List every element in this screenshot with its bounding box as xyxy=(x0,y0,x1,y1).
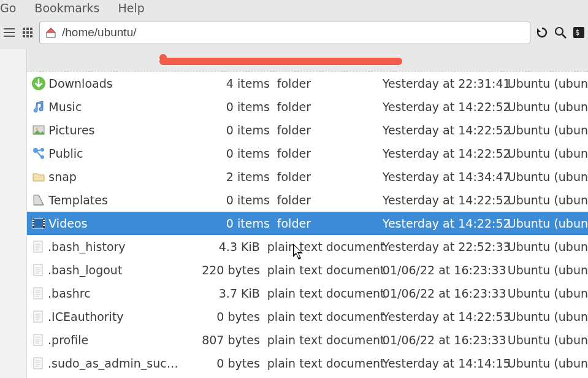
file-type: plain text document xyxy=(262,310,383,323)
grid-view-icon[interactable] xyxy=(21,26,34,39)
svg-rect-0 xyxy=(4,28,15,29)
file-modified: Yesterday at 14:14:15 xyxy=(383,357,505,370)
music-icon xyxy=(29,99,47,114)
svg-point-19 xyxy=(33,148,38,153)
text-icon xyxy=(29,309,47,324)
file-row[interactable]: snap2 itemsfolderYesterday at 14:34:47Ub… xyxy=(27,165,588,188)
file-modified: Yesterday at 14:22:53 xyxy=(383,310,505,323)
address-bar[interactable] xyxy=(39,21,530,44)
file-size: 4 items xyxy=(190,77,272,90)
annotation-mark xyxy=(159,58,402,65)
file-name: .bashrc xyxy=(47,287,183,300)
svg-rect-9 xyxy=(23,35,25,37)
svg-rect-4 xyxy=(26,28,29,30)
file-owner: Ubuntu (ubun xyxy=(505,310,588,323)
reload-icon[interactable] xyxy=(535,26,549,39)
file-row[interactable]: .sudo_as_admin_successful0 bytesplain te… xyxy=(27,352,588,375)
file-owner: Ubuntu (ubun xyxy=(505,77,588,90)
file-size: 0 items xyxy=(190,193,272,207)
file-type: plain text document xyxy=(262,287,383,300)
file-row[interactable]: .bash_logout220 bytesplain text document… xyxy=(27,258,588,282)
file-row[interactable]: Videos0 itemsfolderYesterday at 14:22:52… xyxy=(27,212,588,235)
file-name: Downloads xyxy=(47,77,190,90)
file-row[interactable]: .ICEauthority0 bytesplain text documentY… xyxy=(27,305,588,328)
file-name: .bash_logout xyxy=(47,263,183,277)
svg-rect-8 xyxy=(30,31,32,34)
svg-rect-3 xyxy=(23,28,25,30)
file-row[interactable]: Music0 itemsfolderYesterday at 14:22:52U… xyxy=(27,95,588,118)
file-type: folder xyxy=(272,217,383,230)
public-icon xyxy=(29,146,47,161)
svg-rect-27 xyxy=(32,220,34,221)
file-name: Music xyxy=(47,100,190,114)
toolbar: $ xyxy=(0,16,588,49)
text-icon xyxy=(29,356,47,371)
file-row[interactable]: .bash_history4.3 KiBplain text documentY… xyxy=(27,235,588,258)
svg-rect-2 xyxy=(4,36,15,37)
file-name: Templates xyxy=(47,193,190,207)
file-owner: Ubuntu (ubun xyxy=(505,217,588,230)
svg-rect-58 xyxy=(34,358,42,369)
file-size: 0 bytes xyxy=(183,310,262,323)
address-input[interactable] xyxy=(62,26,525,39)
file-row[interactable]: Downloads4 itemsfolderYesterday at 22:31… xyxy=(27,72,588,95)
svg-rect-6 xyxy=(23,31,25,34)
file-type: plain text document xyxy=(262,240,383,253)
file-name: snap xyxy=(47,170,190,183)
svg-line-13 xyxy=(562,34,566,38)
file-modified: 01/06/22 at 16:23:33 xyxy=(383,333,505,347)
terminal-icon[interactable]: $ xyxy=(572,26,586,39)
file-size: 4.3 KiB xyxy=(183,240,262,253)
file-row[interactable]: Templates0 itemsfolderYesterday at 14:22… xyxy=(27,188,588,212)
file-row[interactable]: Public0 itemsfolderYesterday at 14:22:52… xyxy=(27,142,588,165)
svg-point-18 xyxy=(36,128,38,130)
file-type: folder xyxy=(272,77,383,90)
file-row[interactable]: .bashrc3.7 KiBplain text document01/06/2… xyxy=(27,282,588,305)
svg-rect-7 xyxy=(26,31,29,34)
text-icon xyxy=(29,263,47,277)
file-owner: Ubuntu (ubun xyxy=(505,147,588,160)
file-type: folder xyxy=(272,147,383,160)
svg-rect-28 xyxy=(32,222,34,223)
file-owner: Ubuntu (ubun xyxy=(505,357,588,370)
file-owner: Ubuntu (ubun xyxy=(505,193,588,207)
search-icon[interactable] xyxy=(554,26,567,39)
file-row[interactable]: .profile807 bytesplain text document01/0… xyxy=(27,328,588,352)
file-owner: Ubuntu (ubun xyxy=(505,100,588,114)
file-modified: Yesterday at 22:52:33 xyxy=(383,240,505,253)
file-type: plain text document xyxy=(262,357,383,370)
svg-rect-32 xyxy=(43,225,45,226)
file-modified: 01/06/22 at 16:23:33 xyxy=(383,287,505,300)
file-name: .bash_history xyxy=(47,240,183,253)
svg-rect-1 xyxy=(4,32,15,33)
svg-rect-38 xyxy=(34,264,42,276)
svg-rect-31 xyxy=(43,222,45,223)
file-name: .profile xyxy=(47,333,183,347)
file-modified: Yesterday at 14:22:52 xyxy=(383,100,505,114)
text-icon xyxy=(29,286,47,301)
menu-icon[interactable] xyxy=(2,26,16,39)
svg-rect-53 xyxy=(34,334,42,345)
svg-rect-30 xyxy=(43,220,45,221)
file-size: 2 items xyxy=(190,170,272,183)
file-owner: Ubuntu (ubun xyxy=(505,263,588,277)
file-type: folder xyxy=(272,193,383,207)
svg-rect-5 xyxy=(30,28,32,30)
file-modified: Yesterday at 14:34:47 xyxy=(383,170,505,183)
file-name: Public xyxy=(47,147,190,160)
menu-go[interactable]: Go xyxy=(0,1,16,15)
videos-icon xyxy=(29,216,47,231)
menu-bookmarks[interactable]: Bookmarks xyxy=(34,1,99,15)
file-modified: Yesterday at 14:22:52 xyxy=(383,193,505,207)
svg-line-23 xyxy=(37,152,41,156)
file-modified: Yesterday at 14:22:52 xyxy=(383,147,505,160)
file-row[interactable]: Pictures0 itemsfolderYesterday at 14:22:… xyxy=(27,118,588,142)
folder-icon xyxy=(29,169,47,184)
file-owner: Ubuntu (ubun xyxy=(505,240,588,253)
svg-rect-33 xyxy=(34,241,42,252)
menu-help[interactable]: Help xyxy=(118,1,145,15)
file-modified: Yesterday at 14:22:52 xyxy=(383,123,505,137)
file-owner: Ubuntu (ubun xyxy=(505,123,588,137)
file-name: .sudo_as_admin_successful xyxy=(47,357,183,370)
file-type: plain text document xyxy=(262,333,383,347)
